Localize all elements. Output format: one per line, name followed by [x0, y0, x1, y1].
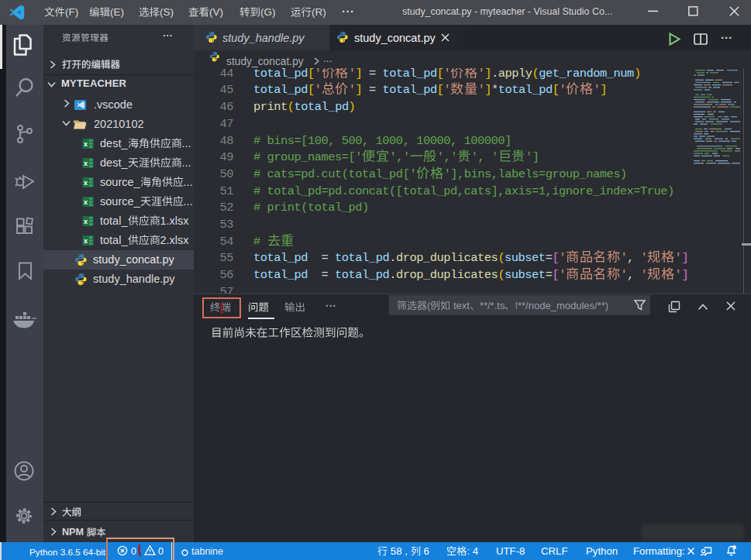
svg-text:x: x: [84, 198, 88, 206]
svg-text:x: x: [84, 237, 88, 245]
svg-text:x: x: [84, 218, 88, 225]
svg-text:x: x: [84, 179, 88, 187]
svg-text:x: x: [84, 140, 88, 148]
svg-text:x: x: [84, 160, 88, 167]
